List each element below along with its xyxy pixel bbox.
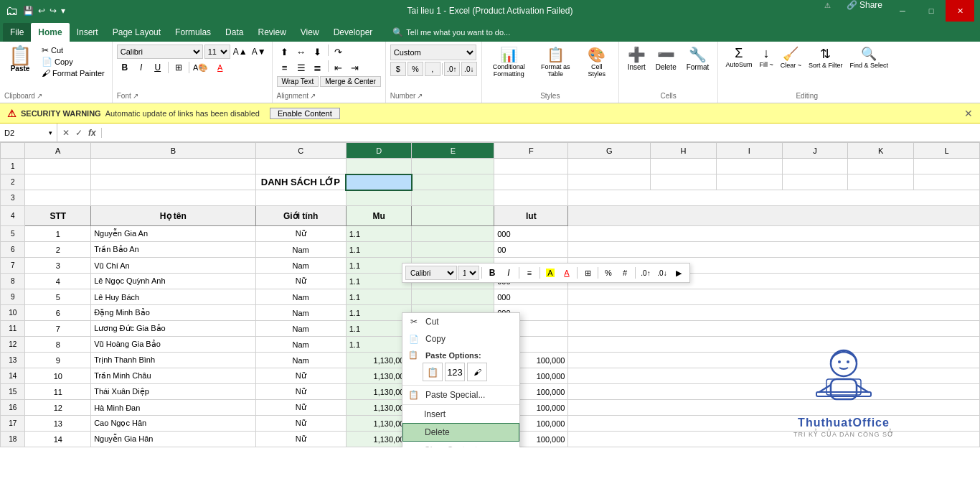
- clipboard-expand-icon[interactable]: ↗: [37, 92, 42, 100]
- font-name-select[interactable]: Calibri: [117, 45, 203, 59]
- cell-k2[interactable]: [848, 174, 914, 190]
- maximize-btn[interactable]: □: [917, 0, 946, 22]
- cell-k1[interactable]: [848, 159, 914, 174]
- row-num-9[interactable]: 9: [1, 289, 25, 305]
- decrease-font-btn[interactable]: A▼: [250, 46, 268, 57]
- cell-g2[interactable]: [568, 174, 651, 190]
- cell-c16[interactable]: Nữ: [255, 400, 346, 416]
- cell-a14[interactable]: 10: [25, 368, 91, 384]
- col-header-d[interactable]: D: [346, 143, 412, 159]
- col-header-b[interactable]: B: [91, 143, 255, 159]
- cell-f4[interactable]: lut: [494, 206, 568, 226]
- cell-f1[interactable]: [494, 159, 568, 174]
- cell-a5[interactable]: 1: [25, 226, 91, 242]
- formula-cancel-btn[interactable]: ✕: [60, 128, 72, 138]
- row-num-16[interactable]: 16: [1, 400, 25, 416]
- mt-font-select[interactable]: Calibri: [405, 266, 457, 280]
- ctx-copy[interactable]: 📄 Copy: [402, 330, 519, 348]
- insert-cells-btn[interactable]: ➕ Insert: [623, 45, 650, 73]
- cell-b3[interactable]: [91, 190, 255, 206]
- cell-a18[interactable]: 14: [25, 432, 91, 447]
- row-num-4[interactable]: 4: [1, 206, 25, 226]
- close-btn[interactable]: ✕: [946, 0, 974, 22]
- mt-more-btn[interactable]: ▶: [671, 266, 687, 280]
- tab-view[interactable]: View: [293, 23, 326, 42]
- formula-input[interactable]: [102, 129, 980, 137]
- font-size-select[interactable]: 11: [204, 45, 230, 59]
- cell-c4[interactable]: Giới tính: [255, 206, 346, 226]
- cut-btn[interactable]: ✂ Cut: [39, 45, 108, 56]
- alignment-expand-icon[interactable]: ↗: [310, 92, 316, 100]
- bold-btn[interactable]: B: [117, 60, 133, 75]
- row-num-5[interactable]: 5: [1, 226, 25, 242]
- cell-a17[interactable]: 13: [25, 416, 91, 432]
- cell-d5[interactable]: 1.1: [346, 226, 412, 242]
- cell-c1[interactable]: [255, 159, 346, 174]
- row-num-1[interactable]: 1: [1, 159, 25, 174]
- cell-c17[interactable]: Nữ: [255, 416, 346, 432]
- cell-b17[interactable]: Cao Ngọc Hân: [91, 416, 255, 432]
- align-top-btn[interactable]: ⬆: [277, 45, 293, 59]
- cell-e6[interactable]: [412, 242, 494, 258]
- col-header-e[interactable]: E: [412, 143, 494, 159]
- comma-btn[interactable]: ,: [425, 62, 440, 76]
- mt-font-color-btn[interactable]: A: [559, 266, 575, 280]
- cell-g1[interactable]: [568, 159, 651, 174]
- minimize-btn[interactable]: ─: [888, 0, 917, 22]
- cell-f9[interactable]: 000: [494, 289, 568, 305]
- cell-b9[interactable]: Lê Huy Bách: [91, 289, 255, 305]
- cell-a8[interactable]: 4: [25, 274, 91, 289]
- cell-b14[interactable]: Trần Minh Châu: [91, 368, 255, 384]
- cell-e5[interactable]: [412, 226, 494, 242]
- mt-percent-btn[interactable]: %: [600, 266, 616, 280]
- cell-b1[interactable]: [91, 159, 255, 174]
- mt-border-btn[interactable]: ⊞: [580, 266, 595, 280]
- row-num-12[interactable]: 12: [1, 337, 25, 353]
- cell-e2[interactable]: [412, 174, 494, 190]
- security-close-btn[interactable]: ✕: [964, 108, 973, 119]
- cell-h2[interactable]: [651, 174, 717, 190]
- align-right-btn[interactable]: ≣: [310, 60, 326, 75]
- undo-qat-btn[interactable]: ↩: [37, 4, 47, 17]
- increase-font-btn[interactable]: A▲: [232, 46, 249, 57]
- number-format-select[interactable]: Custom General Number: [390, 45, 476, 60]
- qat-dropdown-btn[interactable]: ▾: [60, 4, 67, 17]
- align-center-btn[interactable]: ☰: [293, 60, 309, 75]
- delete-cells-btn[interactable]: ➖ Delete: [651, 45, 681, 73]
- format-as-table-btn[interactable]: 📋 Format as Table: [533, 45, 578, 79]
- paste-opt-values-btn[interactable]: 123: [445, 363, 465, 381]
- cell-a7[interactable]: 3: [25, 258, 91, 274]
- ctx-paste-special[interactable]: 📋 Paste Special...: [402, 386, 519, 404]
- underline-btn[interactable]: U: [150, 60, 166, 75]
- ctx-insert[interactable]: Insert: [402, 406, 519, 423]
- row-num-13[interactable]: 13: [1, 353, 25, 368]
- cell-i2[interactable]: [716, 174, 782, 190]
- cell-a3[interactable]: [25, 190, 91, 206]
- font-color-btn[interactable]: A: [211, 60, 230, 75]
- align-left-btn[interactable]: ≡: [277, 60, 293, 75]
- row-num-17[interactable]: 17: [1, 416, 25, 432]
- tell-me-bar[interactable]: 🔍Tell me what you want to do...: [385, 23, 517, 42]
- mt-italic-btn[interactable]: I: [501, 266, 517, 280]
- cell-a1[interactable]: [25, 159, 91, 174]
- tab-review[interactable]: Review: [250, 23, 293, 42]
- cell-c8[interactable]: Nữ: [255, 274, 346, 289]
- formula-fx-btn[interactable]: fx: [86, 128, 98, 138]
- mt-align-btn[interactable]: ≡: [522, 266, 537, 280]
- cell-c14[interactable]: Nữ: [255, 368, 346, 384]
- mt-thousands-btn[interactable]: #: [617, 266, 633, 280]
- tab-home[interactable]: Home: [31, 23, 69, 42]
- cell-a10[interactable]: 6: [25, 305, 91, 321]
- mt-dec-dec-btn[interactable]: .0↓: [654, 266, 670, 280]
- percent-btn[interactable]: %: [407, 62, 423, 76]
- tab-data[interactable]: Data: [218, 23, 250, 42]
- cell-d2[interactable]: [346, 174, 412, 190]
- cell-styles-btn[interactable]: 🎨 Cell Styles: [580, 45, 614, 79]
- cell-f3[interactable]: [494, 190, 568, 206]
- cell-ref-dropdown-icon[interactable]: ▾: [49, 129, 52, 136]
- cell-b10[interactable]: Đặng Minh Bảo: [91, 305, 255, 321]
- conditional-formatting-btn[interactable]: 📊 Conditional Formatting: [486, 45, 532, 79]
- redo-qat-btn[interactable]: ↪: [48, 4, 58, 17]
- mt-highlight-btn[interactable]: A: [542, 266, 558, 280]
- row-num-14[interactable]: 14: [1, 368, 25, 384]
